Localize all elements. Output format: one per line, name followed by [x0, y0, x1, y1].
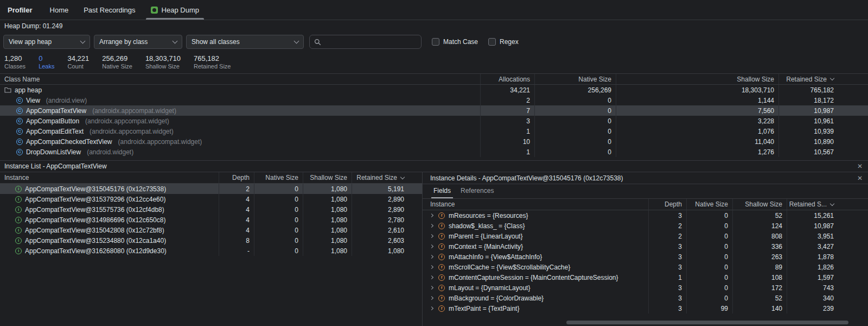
- field-row[interactable]: f mLayout = {DynamicLayout} 3 0 172 743: [423, 283, 868, 293]
- field-row[interactable]: f mContentCaptureSession = {MainContentC…: [423, 272, 868, 283]
- chevron-down-icon: [80, 39, 86, 44]
- tab-home[interactable]: Home: [42, 0, 76, 20]
- tab-references[interactable]: References: [457, 187, 497, 198]
- stat-native-size: 256,269 Native Size: [102, 54, 132, 73]
- table-row-appcompattextview[interactable]: C AppCompatTextView (androidx.appcompat.…: [0, 105, 868, 116]
- column-header-shallow-size[interactable]: Shallow Size: [616, 74, 778, 84]
- field-row[interactable]: f mBackground = {ColorDrawable} 3 0 52 3…: [423, 293, 868, 303]
- expand-chevron-icon[interactable]: [430, 244, 433, 248]
- table-row-appcompatcheckedtextview[interactable]: C AppCompatCheckedTextView (androidx.app…: [0, 136, 868, 147]
- shallow-size-cell: 140: [732, 303, 787, 314]
- class-package: (android.view): [46, 97, 87, 104]
- table-row-view[interactable]: C View (android.view) 2 0 1,144 18,172: [0, 95, 868, 105]
- stat-value: 18,303,710: [145, 54, 181, 62]
- heap-select-dropdown[interactable]: View app heap: [3, 35, 90, 49]
- field-row[interactable]: f shadow$_klass_ = {Class} 2 0 124 10,98…: [423, 221, 868, 231]
- instance-name-cell: i AppCompatTextView@316268080 (0x12d9de3…: [0, 246, 219, 256]
- column-header-label: Allocations: [499, 76, 530, 83]
- instance-row[interactable]: i AppCompatTextView@315379296 (0x12cc4e6…: [0, 194, 422, 204]
- depth-cell: 3: [648, 262, 686, 272]
- column-header-retained-size[interactable]: Retained Size: [352, 172, 409, 183]
- arrange-select-dropdown[interactable]: Arrange by class: [94, 35, 182, 49]
- instance-row[interactable]: i AppCompatTextView@315234880 (0x12ca1a4…: [0, 235, 422, 246]
- regex-checkbox[interactable]: Regex: [488, 38, 519, 46]
- field-row[interactable]: f mAttachInfo = {View$AttachInfo} 3 0 26…: [423, 252, 868, 262]
- column-header-label: Depth: [232, 174, 250, 181]
- shallow-size-cell: 808: [732, 231, 787, 241]
- stat-label: Retained Size: [194, 63, 231, 70]
- instance-row[interactable]: i AppCompatTextView@315575736 (0x12cf4db…: [0, 204, 422, 215]
- retained-size-cell: 10,961: [778, 116, 838, 126]
- expand-chevron-icon[interactable]: [430, 286, 433, 290]
- field-row[interactable]: f mContext = {MainActivity} 3 0 336 3,42…: [423, 241, 868, 252]
- expand-chevron-icon[interactable]: [430, 306, 433, 310]
- expand-chevron-icon[interactable]: [430, 296, 433, 300]
- expand-chevron-icon[interactable]: [430, 214, 433, 217]
- table-row-appcompatbutton[interactable]: C AppCompatButton (androidx.appcompat.wi…: [0, 116, 868, 126]
- row-spacer: [409, 215, 422, 225]
- class-filter-dropdown[interactable]: Show all classes: [186, 35, 304, 49]
- instance-name-cell: i AppCompatTextView@315379296 (0x12cc4e6…: [0, 194, 219, 204]
- close-icon[interactable]: ✕: [857, 162, 863, 170]
- column-header-retained-size[interactable]: Retained Size: [778, 74, 838, 84]
- column-header-retained-size[interactable]: Retained S...: [787, 199, 838, 210]
- column-header-shallow-size[interactable]: Shallow Size: [303, 172, 352, 183]
- instance-row[interactable]: i AppCompatTextView@316268080 (0x12d9de3…: [0, 246, 422, 256]
- column-header-instance[interactable]: Instance: [423, 199, 648, 210]
- column-header-depth[interactable]: Depth: [219, 172, 254, 183]
- field-row[interactable]: f mScrollCache = {View$ScrollabilityCach…: [423, 262, 868, 272]
- class-name: AppCompatTextView: [26, 107, 86, 115]
- class-package: (androidx.appcompat.widget): [118, 138, 202, 146]
- instance-name-cell: i AppCompatTextView@314986696 (0x12c650c…: [0, 215, 219, 225]
- stat-value: 34,221: [67, 54, 89, 62]
- expand-chevron-icon[interactable]: [430, 234, 433, 238]
- row-spacer: [409, 204, 422, 215]
- field-row[interactable]: f mParent = {LinearLayout} 2 0 808 3,951: [423, 231, 868, 241]
- class-name-cell: C AppCompatButton (androidx.appcompat.wi…: [0, 116, 480, 126]
- expand-chevron-icon[interactable]: [430, 265, 433, 269]
- field-name: mBackground = {ColorDrawable}: [449, 294, 544, 302]
- field-row[interactable]: f mTextPaint = {TextPaint} 3 99 140 239: [423, 303, 868, 314]
- app-title: Profiler: [8, 0, 33, 20]
- tab-heap-dump[interactable]: Heap Dump: [143, 0, 207, 20]
- class-package: (androidx.appcompat.widget): [85, 117, 169, 125]
- column-header-native-size[interactable]: Native Size: [686, 199, 732, 210]
- field-name: mLayout = {DynamicLayout}: [449, 284, 530, 292]
- horizontal-scrollbar[interactable]: [566, 321, 848, 324]
- column-header-shallow-size[interactable]: Shallow Size: [732, 199, 787, 210]
- tab-fields[interactable]: Fields: [430, 187, 454, 198]
- tab-past-recordings[interactable]: Past Recordings: [76, 0, 143, 20]
- search-input[interactable]: [324, 38, 417, 46]
- expand-chevron-icon[interactable]: [430, 255, 433, 259]
- class-name: AppCompatButton: [26, 117, 79, 125]
- expand-chevron-icon[interactable]: [430, 275, 433, 279]
- stat-leaks[interactable]: 0 Leaks: [39, 54, 54, 73]
- table-row-appcompatedittext[interactable]: C AppCompatEditText (androidx.appcompat.…: [0, 126, 868, 136]
- column-header-label: Retained S...: [789, 200, 827, 208]
- class-package: (androidx.appcompat.widget): [92, 107, 176, 115]
- instance-row[interactable]: i AppCompatTextView@315045176 (0x12c7353…: [0, 184, 422, 194]
- column-header-depth[interactable]: Depth: [648, 199, 686, 210]
- column-header-class-name[interactable]: Class Name: [0, 74, 480, 84]
- column-header-native-size[interactable]: Native Size: [254, 172, 303, 183]
- shallow-size-cell: 1,080: [303, 225, 352, 235]
- instance-row[interactable]: i AppCompatTextView@315042808 (0x12c72bf…: [0, 225, 422, 235]
- session-title: Heap Dump: 01.249: [4, 22, 62, 30]
- column-header-native-size[interactable]: Native Size: [534, 74, 616, 84]
- class-name-cell: C DropDownListView (android.widget): [0, 147, 480, 157]
- column-header-allocations[interactable]: Allocations: [480, 74, 534, 84]
- class-name-cell: C AppCompatCheckedTextView (androidx.app…: [0, 136, 480, 147]
- search-field[interactable]: [309, 35, 422, 49]
- match-case-checkbox[interactable]: Match Case: [432, 38, 478, 46]
- class-name-cell: C AppCompatTextView (androidx.appcompat.…: [0, 105, 480, 116]
- instance-details-title: Instance Details - AppCompatTextView@315…: [430, 174, 623, 182]
- table-row-dropdownlistview[interactable]: C DropDownListView (android.widget) 1 0 …: [0, 147, 868, 157]
- instance-list-header: Instance Depth Native Size Shallow Size …: [0, 172, 422, 184]
- column-header-instance[interactable]: Instance: [0, 172, 219, 183]
- expand-chevron-icon[interactable]: [430, 224, 433, 228]
- chevron-down-icon: [294, 39, 299, 44]
- table-row-app-heap[interactable]: app heap 34,221 256,269 18,303,710 765,1…: [0, 85, 868, 95]
- instance-row[interactable]: i AppCompatTextView@314986696 (0x12c650c…: [0, 215, 422, 225]
- close-icon[interactable]: ✕: [857, 174, 863, 182]
- field-row[interactable]: f mResources = {Resources} 3 0 52 15,261: [423, 210, 868, 221]
